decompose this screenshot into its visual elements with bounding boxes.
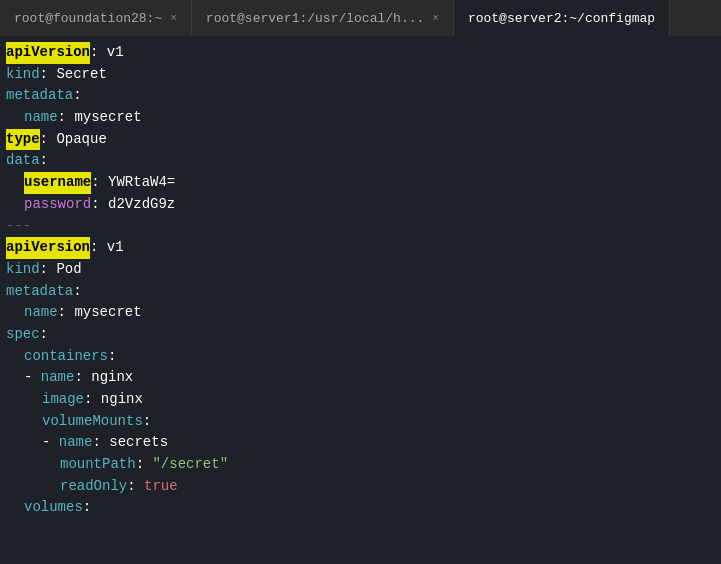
line-container-name: - name: nginx	[6, 367, 721, 389]
tab-bar: root@foundation28:~ × root@server1:/usr/…	[0, 0, 721, 36]
line-name1: name: mysecret	[6, 107, 721, 129]
line-apiversion1: apiVersion: v1	[6, 42, 721, 64]
terminal: apiVersion: v1 kind: Secret metadata: na…	[0, 36, 721, 525]
key-metadata: metadata	[6, 85, 73, 107]
separator-text: ---	[6, 216, 31, 238]
line-image: image: nginx	[6, 389, 721, 411]
line-volumes: volumes:	[6, 497, 721, 519]
value: v1	[98, 42, 123, 64]
tab-label: root@server1:/usr/local/h...	[206, 11, 424, 26]
line-mountpath: mountPath: "/secret"	[6, 454, 721, 476]
tab-label: root@foundation28:~	[14, 11, 162, 26]
line-data: data:	[6, 150, 721, 172]
line-type: type: Opaque	[6, 129, 721, 151]
key-spec: spec	[6, 324, 40, 346]
key-kind: kind	[6, 64, 40, 86]
key-name3: name	[41, 367, 75, 389]
keyword-apiversion2: apiVersion	[6, 237, 90, 259]
key-mountpath: mountPath	[60, 454, 136, 476]
key-metadata2: metadata	[6, 281, 73, 303]
tab-foundation28[interactable]: root@foundation28:~ ×	[0, 0, 192, 36]
colon: :	[90, 42, 98, 64]
key-name2: name	[24, 302, 58, 324]
line-kind1: kind: Secret	[6, 64, 721, 86]
key-volumemounts: volumeMounts	[42, 411, 143, 433]
line-apiversion2: apiVersion: v1	[6, 237, 721, 259]
tab-server2[interactable]: root@server2:~/configmap	[454, 0, 670, 36]
line-metadata1: metadata:	[6, 85, 721, 107]
line-metadata2: metadata:	[6, 281, 721, 303]
line-mount-name: - name: secrets	[6, 432, 721, 454]
line-readonly: readOnly: true	[6, 476, 721, 498]
key-kind2: kind	[6, 259, 40, 281]
line-name2: name: mysecret	[6, 302, 721, 324]
value-mountpath: "/secret"	[152, 454, 228, 476]
line-containers: containers:	[6, 346, 721, 368]
keyword-username: username	[24, 172, 91, 194]
key-name4: name	[59, 432, 93, 454]
tab-label: root@server2:~/configmap	[468, 11, 655, 26]
value-readonly: true	[144, 476, 178, 498]
keyword-type: type	[6, 129, 40, 151]
key-password: password	[24, 194, 91, 216]
key-readonly: readOnly	[60, 476, 127, 498]
line-kind2: kind: Pod	[6, 259, 721, 281]
line-spec: spec:	[6, 324, 721, 346]
keyword-apiversion: apiVersion	[6, 42, 90, 64]
line-volumemounts: volumeMounts:	[6, 411, 721, 433]
key-volumes: volumes	[24, 497, 83, 519]
key-data: data	[6, 150, 40, 172]
separator: ---	[6, 216, 721, 238]
line-password: password: d2VzdG9z	[6, 194, 721, 216]
close-icon[interactable]: ×	[170, 12, 177, 24]
key-containers: containers	[24, 346, 108, 368]
line-username: username: YWRtaW4=	[6, 172, 721, 194]
key-name: name	[24, 107, 58, 129]
close-icon[interactable]: ×	[432, 12, 439, 24]
tab-server1[interactable]: root@server1:/usr/local/h... ×	[192, 0, 454, 36]
key-image: image	[42, 389, 84, 411]
